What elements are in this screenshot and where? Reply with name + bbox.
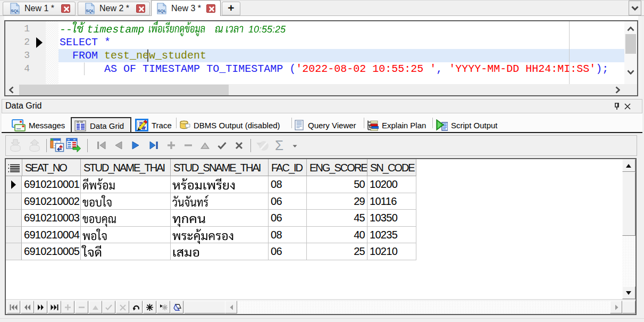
svg-text:SQL: SQL — [86, 9, 95, 13]
svg-text:SQL: SQL — [11, 9, 20, 13]
svg-text:SQL: SQL — [157, 9, 166, 13]
